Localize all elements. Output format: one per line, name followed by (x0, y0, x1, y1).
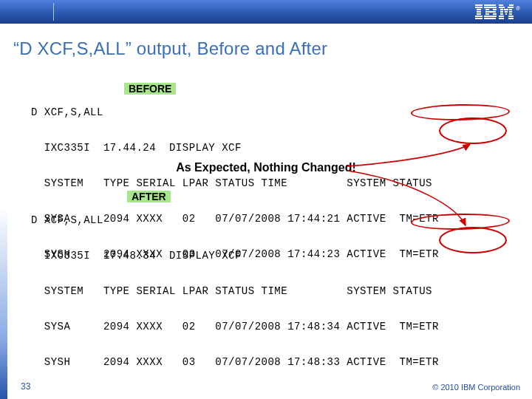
svg-rect-7 (484, 4, 496, 6)
svg-rect-3 (477, 11, 481, 13)
svg-rect-26 (500, 13, 503, 15)
svg-rect-9 (485, 9, 489, 10)
side-stripe (0, 207, 7, 399)
svg-rect-24 (505, 11, 508, 13)
svg-rect-18 (499, 7, 505, 8)
svg-rect-19 (508, 7, 514, 8)
console-line: IXC335I 17.44.24 DISPLAY XCF (31, 142, 439, 154)
annotation-oval (439, 117, 507, 144)
page-title: “D XCF,S,ALL” output, Before and After (13, 38, 327, 59)
header-banner: ® (0, 0, 532, 24)
page-number: 33 (21, 381, 30, 392)
svg-rect-31 (499, 18, 504, 19)
svg-rect-1 (475, 7, 482, 8)
svg-rect-2 (477, 9, 481, 10)
registered-mark: ® (516, 5, 520, 12)
ibm-logo-icon (475, 4, 514, 19)
svg-rect-11 (485, 11, 496, 13)
svg-rect-30 (508, 16, 514, 17)
console-line: SYSA 2094 XXXX 02 07/07/2008 17:48:34 AC… (31, 321, 439, 332)
console-line: D XCF,S,ALL (31, 106, 439, 118)
console-line: D XCF,S,ALL (31, 214, 439, 226)
console-line: SYSTEM TYPE SERIAL LPAR STATUS TIME SYST… (31, 177, 439, 189)
svg-rect-29 (499, 16, 504, 17)
svg-rect-23 (500, 11, 503, 13)
copyright: © 2010 IBM Corporation (432, 383, 520, 392)
console-output-after: D XCF,S,ALL IXC335I 17.48.34 DISPLAY XCF… (31, 191, 439, 380)
svg-rect-17 (509, 4, 514, 6)
svg-rect-5 (475, 16, 482, 17)
svg-rect-14 (484, 16, 497, 17)
svg-rect-21 (504, 9, 508, 10)
svg-rect-22 (509, 9, 512, 10)
svg-rect-12 (485, 13, 489, 15)
svg-rect-4 (477, 13, 481, 15)
caption: As Expected, Nothing Changed! (0, 161, 532, 174)
console-line: SYSTEM TYPE SERIAL LPAR STATUS TIME SYST… (31, 285, 439, 297)
svg-rect-13 (493, 13, 497, 15)
svg-rect-27 (505, 13, 507, 15)
svg-rect-20 (500, 9, 503, 10)
svg-rect-25 (509, 11, 512, 13)
svg-rect-10 (493, 9, 497, 10)
banner-divider (53, 3, 54, 21)
console-line: IXC335I 17.48.34 DISPLAY XCF (31, 250, 439, 262)
svg-rect-28 (509, 13, 512, 15)
svg-rect-0 (475, 4, 482, 6)
svg-rect-6 (475, 18, 482, 19)
svg-rect-15 (484, 18, 496, 19)
annotation-oval (439, 227, 507, 253)
svg-rect-32 (508, 18, 514, 19)
console-line: SYSH 2094 XXXX 03 07/07/2008 17:48:33 AC… (31, 356, 439, 368)
svg-rect-16 (499, 4, 503, 6)
svg-rect-8 (484, 7, 497, 8)
ibm-logo: ® (475, 4, 520, 19)
